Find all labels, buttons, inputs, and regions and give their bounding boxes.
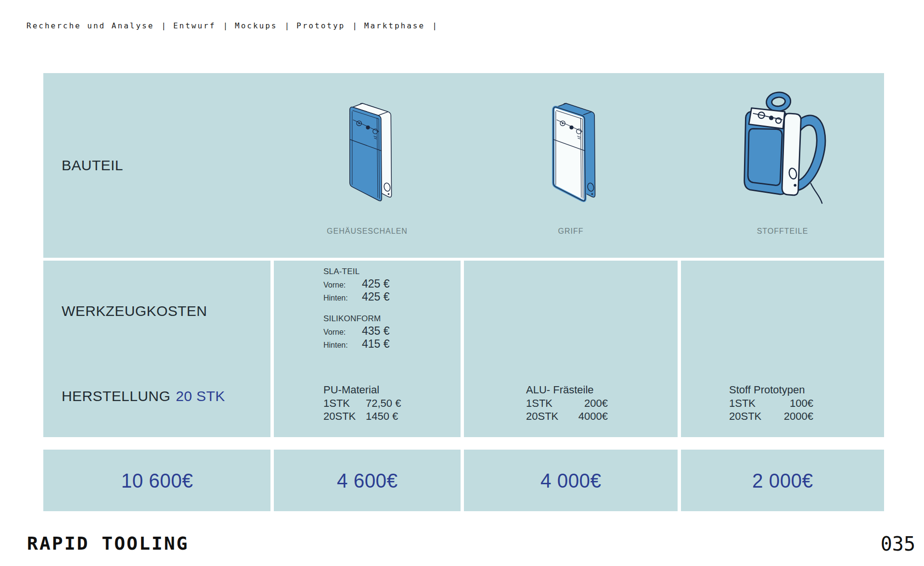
herstellung-label-text: HERSTELLUNG xyxy=(62,388,170,404)
production-entry-label: 1STK xyxy=(323,397,366,410)
production-entry-value: 100€ xyxy=(790,397,813,410)
cost-entry-label: Hinten: xyxy=(323,339,362,351)
cost-entry-label: Vorne: xyxy=(323,279,362,291)
werkzeugkosten-label-cell: WERKZEUGKOSTEN xyxy=(43,261,270,361)
breadcrumb-item-mockups: Mockups xyxy=(235,21,277,30)
total-cell-gesamt: 10 600€ xyxy=(43,450,270,511)
cost-group-sla: SLA-TEIL Vorne: 425 € Hinten: 425 € xyxy=(323,267,461,304)
werkzeugkosten-cell-gehaeuseschalen: SLA-TEIL Vorne: 425 € Hinten: 425 € SILI… xyxy=(274,261,461,361)
cost-entry-value: 415 € xyxy=(362,338,390,350)
case-frame-icon xyxy=(540,91,602,207)
part-cell-griff: GRIFF xyxy=(464,73,678,258)
production-entry-label: 20STK xyxy=(526,410,558,423)
cost-entry-value: 425 € xyxy=(362,291,390,303)
part-label-griff: GRIFF xyxy=(558,227,584,236)
breadcrumb-separator: | xyxy=(284,21,289,30)
row-totals: 10 600€ 4 600€ 4 000€ 2 000€ xyxy=(43,450,884,511)
breadcrumb-separator: | xyxy=(161,21,166,30)
row-herstellung: HERSTELLUNG20 STK PU-Material 1STK 72,50… xyxy=(43,355,884,437)
footer-title: RAPID TOOLING xyxy=(27,533,189,554)
case-shell-icon xyxy=(336,91,398,207)
herstellung-cell-griff: ALU- Frästeile 1STK 200€ 20STK 4000€ xyxy=(464,355,678,437)
production-entry-label: 20STK xyxy=(323,410,366,423)
production-title: ALU- Frästeile xyxy=(526,383,608,396)
total-cell-gehaeuseschalen: 4 600€ xyxy=(274,450,461,511)
part-label-stoffteile: STOFFTEILE xyxy=(757,227,808,236)
row-label-bauteil: BAUTEIL xyxy=(62,157,123,174)
cost-group-title: SLA-TEIL xyxy=(323,267,461,277)
production-entry: 1STK 72,50 € xyxy=(323,397,417,410)
production-entry: 1STK 100€ xyxy=(729,397,813,410)
production-entry-value: 1450 € xyxy=(366,410,398,423)
total-cell-stoffteile: 2 000€ xyxy=(681,450,884,511)
breadcrumb-item-entwurf: Entwurf xyxy=(173,21,216,30)
cost-group-silikonform: SILIKONFORM Vorne: 435 € Hinten: 415 € xyxy=(323,314,461,351)
werkzeugkosten-cell-stoffteile-empty xyxy=(681,261,884,361)
production-entry-value: 2000€ xyxy=(784,410,813,423)
total-value: 10 600€ xyxy=(121,469,192,492)
production-entry-label: 1STK xyxy=(526,397,552,410)
total-value: 4 000€ xyxy=(540,469,601,492)
cost-entry-label: Hinten: xyxy=(323,292,362,304)
cost-entry: Vorne: 435 € xyxy=(323,325,461,338)
cost-entry: Vorne: 425 € xyxy=(323,278,461,291)
breadcrumb-item-marktphase: Marktphase xyxy=(364,21,425,30)
production-entry-value: 200€ xyxy=(584,397,608,410)
breadcrumb-separator: | xyxy=(352,21,357,30)
production-entry: 20STK 4000€ xyxy=(526,410,608,423)
production-entry: 1STK 200€ xyxy=(526,397,608,410)
herstellung-cell-gehaeuseschalen: PU-Material 1STK 72,50 € 20STK 1450 € xyxy=(274,355,461,437)
breadcrumb-item-recherche: Recherche und Analyse xyxy=(26,21,154,30)
breadcrumb-separator: | xyxy=(432,21,437,30)
cost-entry: Hinten: 415 € xyxy=(323,338,461,351)
row-label-werkzeugkosten: WERKZEUGKOSTEN xyxy=(62,303,207,319)
breadcrumb-separator: | xyxy=(223,21,228,30)
cost-entry: Hinten: 425 € xyxy=(323,291,461,304)
production-block: PU-Material 1STK 72,50 € 20STK 1450 € xyxy=(323,383,417,423)
production-block: ALU- Frästeile 1STK 200€ 20STK 4000€ xyxy=(526,383,608,423)
row-bauteil: BAUTEIL xyxy=(43,73,884,258)
production-block: Stoff Prototypen 1STK 100€ 20STK 2000€ xyxy=(729,383,813,423)
production-title: PU-Material xyxy=(323,383,417,396)
cost-table: BAUTEIL xyxy=(43,73,884,511)
part-cell-gehaeuseschalen: GEHÄUSESCHALEN xyxy=(274,73,461,258)
production-title: Stoff Prototypen xyxy=(729,383,813,396)
cost-entry-label: Vorne: xyxy=(323,326,362,338)
backpack-icon xyxy=(735,86,830,207)
cost-entry-value: 425 € xyxy=(362,278,390,290)
part-cell-stoffteile: STOFFTEILE xyxy=(681,73,884,258)
cost-group-title: SILIKONFORM xyxy=(323,314,461,324)
breadcrumb: Recherche und Analyse | Entwurf | Mockup… xyxy=(26,21,444,30)
slide-page: Recherche und Analyse | Entwurf | Mockup… xyxy=(0,0,924,566)
production-entry: 20STK 2000€ xyxy=(729,410,813,423)
production-entry-label: 20STK xyxy=(729,410,761,423)
part-label-gehaeuseschalen: GEHÄUSESCHALEN xyxy=(327,227,408,236)
total-value: 4 600€ xyxy=(337,469,398,492)
herstellung-cell-stoffteile: Stoff Prototypen 1STK 100€ 20STK 2000€ xyxy=(681,355,884,437)
herstellung-quantity: 20 STK xyxy=(176,388,225,404)
production-entry-label: 1STK xyxy=(729,397,756,410)
production-entry-value: 4000€ xyxy=(578,410,608,423)
production-entry-value: 72,50 € xyxy=(366,397,401,410)
bauteil-label-cell: BAUTEIL xyxy=(43,73,270,258)
total-cell-griff: 4 000€ xyxy=(464,450,678,511)
breadcrumb-item-prototyp: Prototyp xyxy=(296,21,345,30)
production-entry: 20STK 1450 € xyxy=(323,410,417,423)
cost-entry-value: 435 € xyxy=(362,325,390,337)
werkzeugkosten-cell-griff-empty xyxy=(464,261,678,361)
total-value: 2 000€ xyxy=(752,469,813,492)
row-label-herstellung: HERSTELLUNG20 STK xyxy=(62,388,225,404)
herstellung-label-cell: HERSTELLUNG20 STK xyxy=(43,355,270,437)
page-number: 035 xyxy=(881,533,915,555)
row-werkzeugkosten: WERKZEUGKOSTEN SLA-TEIL Vorne: 425 € Hin… xyxy=(43,261,884,352)
